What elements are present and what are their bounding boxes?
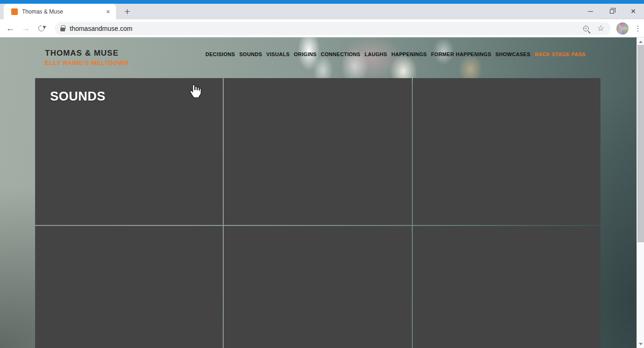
tab-title: Thomas & Muse [22, 8, 104, 15]
forward-button: → [20, 23, 31, 34]
nav-item-showcases[interactable]: SHOWCASES [496, 51, 531, 57]
page-viewport: THOMAS & MUSE ELLY RAINE'S MELTDOWN DECI… [0, 37, 644, 348]
scroll-up-icon[interactable] [637, 38, 644, 45]
main-navigation: DECISIONS SOUNDS VISUALS ORIGINS CONNECT… [205, 51, 585, 57]
minimize-button[interactable] [579, 4, 601, 19]
gallery-tile-band-performance[interactable]: SOUNDS [35, 78, 223, 225]
gallery-tile-bench-room[interactable] [413, 226, 600, 348]
reload-icon [37, 24, 45, 32]
site-brand: THOMAS & MUSE ELLY RAINE'S MELTDOWN [45, 49, 129, 78]
site-header: THOMAS & MUSE ELLY RAINE'S MELTDOWN DECI… [0, 37, 637, 78]
gallery-tile-wall-legs[interactable] [413, 78, 600, 225]
nav-item-laughs[interactable]: LAUGHS [365, 51, 387, 57]
profile-avatar[interactable] [616, 22, 629, 35]
nav-item-former-happenings[interactable]: FORMER HAPPENINGS [431, 51, 491, 57]
site-favicon-icon [11, 8, 18, 15]
browser-tab[interactable]: Thomas & Muse × [4, 4, 116, 19]
new-tab-button[interactable]: + [121, 5, 134, 18]
bookmark-star-icon[interactable]: ☆ [597, 23, 604, 33]
reload-button[interactable] [36, 23, 47, 34]
scroll-down-icon[interactable] [637, 341, 644, 347]
gallery-tile-blurred-gallery[interactable] [35, 226, 223, 348]
scrollbar-thumb[interactable] [637, 45, 644, 242]
lock-icon [60, 28, 65, 31]
restore-button[interactable] [601, 4, 622, 19]
url-text[interactable]: thomasandmuse.com [70, 25, 583, 32]
nav-item-visuals[interactable]: VISUALS [266, 51, 290, 57]
nav-item-sounds[interactable]: SOUNDS [239, 51, 262, 57]
nav-item-decisions[interactable]: DECISIONS [205, 51, 235, 57]
site-subtitle: ELLY RAINE'S MELTDOWN [45, 59, 129, 66]
nav-item-connections[interactable]: CONNECTIONS [321, 51, 360, 57]
zoom-out-icon[interactable] [583, 26, 589, 31]
nav-item-origins[interactable]: ORIGINS [294, 51, 317, 57]
address-bar[interactable]: thomasandmuse.com ☆ [55, 22, 611, 35]
nav-item-back-stage-pass[interactable]: BACK STAGE PASS [534, 51, 585, 57]
restore-icon [610, 9, 614, 14]
page-scrollbar[interactable] [637, 37, 644, 348]
browser-toolbar: ← → thomasandmuse.com ☆ ⋮ [0, 20, 644, 37]
tab-strip: Thomas & Muse × + × [0, 4, 644, 19]
back-button[interactable]: ← [5, 23, 16, 34]
close-button[interactable]: × [622, 4, 644, 19]
site-title: THOMAS & MUSE [45, 49, 129, 58]
minimize-icon [588, 11, 593, 12]
window-title-bar [0, 0, 644, 4]
browser-window: Thomas & Muse × + × ← → thomasandmuse.co… [0, 0, 644, 348]
photo-gallery-grid: SOUNDS [35, 78, 600, 348]
nav-item-happenings[interactable]: HAPPENINGS [391, 51, 427, 57]
tab-close-icon[interactable]: × [104, 7, 112, 16]
browser-menu-icon[interactable]: ⋮ [632, 23, 644, 34]
gallery-tile-three-faces[interactable] [224, 226, 411, 348]
tile-overlay-label: SOUNDS [50, 89, 106, 104]
gallery-tile-beach-trumpet[interactable] [224, 78, 411, 225]
